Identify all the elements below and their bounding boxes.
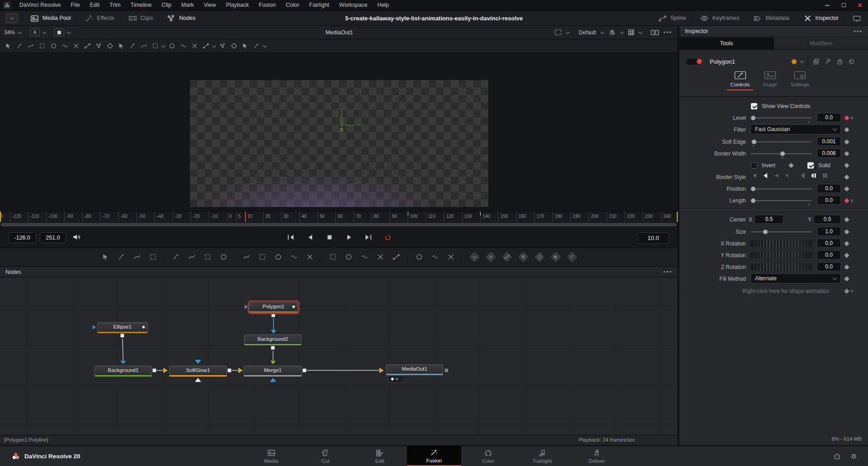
polygon-draw-control[interactable] bbox=[335, 107, 366, 135]
planar-tracker-icon[interactable] bbox=[430, 252, 440, 262]
letterbox-icon[interactable] bbox=[305, 252, 315, 262]
node-ellipse1[interactable]: Ellipse1◆ bbox=[97, 322, 148, 333]
reduce-points-icon[interactable] bbox=[229, 42, 238, 51]
loop-button[interactable] bbox=[381, 231, 395, 243]
menu-file[interactable]: File bbox=[66, 0, 85, 10]
length-value[interactable]: 0.0 bbox=[817, 196, 841, 205]
page-edit[interactable]: Edit bbox=[353, 446, 407, 466]
toolbar-button-media-pool[interactable]: Media Pool bbox=[24, 11, 78, 25]
x-rotation-thumbwheel[interactable] bbox=[750, 240, 812, 247]
transform-icon[interactable] bbox=[242, 252, 252, 262]
page-media[interactable]: Media bbox=[244, 446, 298, 466]
soft-edge-value[interactable]: 0.001 bbox=[817, 137, 841, 146]
crop-icon[interactable] bbox=[289, 252, 299, 262]
image-plane-3d-icon[interactable] bbox=[469, 251, 480, 262]
node-mediaout1[interactable]: MediaOut1 bbox=[386, 364, 443, 375]
channel-button[interactable] bbox=[50, 26, 75, 39]
menu-help[interactable]: Help bbox=[373, 0, 394, 10]
point-light-3d-icon[interactable] bbox=[550, 251, 561, 262]
toolbar-button-effects[interactable]: Effects bbox=[78, 11, 121, 25]
show-view-controls-checkbox[interactable] bbox=[751, 103, 757, 109]
grid-icon[interactable] bbox=[627, 29, 635, 36]
dve-icon[interactable] bbox=[258, 252, 268, 262]
corner-positioner-icon[interactable] bbox=[274, 252, 283, 262]
rectangle-mask-icon[interactable] bbox=[328, 252, 338, 262]
center-y-field[interactable]: 0.5 bbox=[814, 215, 841, 224]
grid-dropdown[interactable] bbox=[638, 29, 643, 34]
border-style-5[interactable] bbox=[800, 172, 807, 179]
magnetic-select-icon[interactable] bbox=[60, 42, 69, 51]
connect-select-icon[interactable] bbox=[105, 42, 114, 51]
border-style-1[interactable] bbox=[751, 172, 758, 179]
close-spline-icon[interactable] bbox=[179, 42, 188, 51]
current-frame-field[interactable]: 10.0 bbox=[637, 232, 669, 244]
versions-icon[interactable] bbox=[812, 58, 820, 66]
clean-feed-monitor-icon[interactable] bbox=[846, 11, 868, 25]
color-corrector-icon[interactable] bbox=[203, 252, 213, 262]
minimize-button[interactable] bbox=[819, 0, 835, 10]
buffer-a-button[interactable]: A bbox=[26, 26, 50, 39]
level-value[interactable]: 0.0 bbox=[817, 113, 841, 122]
shape-3d-icon[interactable] bbox=[485, 251, 496, 262]
menu-fusion[interactable]: Fusion bbox=[254, 0, 281, 10]
camera-3d-icon[interactable] bbox=[534, 251, 545, 262]
border-style-7[interactable] bbox=[821, 172, 828, 179]
text-plus-icon[interactable] bbox=[132, 252, 142, 262]
center-x-field[interactable]: 0.5 bbox=[755, 215, 783, 224]
playhead[interactable] bbox=[245, 212, 246, 222]
page-cut[interactable]: Cut bbox=[298, 446, 353, 466]
menu-davinci-resolve[interactable]: DaVinci Resolve bbox=[14, 0, 66, 10]
node-background1[interactable]: Background1 bbox=[94, 366, 152, 377]
fast-noise-icon[interactable] bbox=[117, 252, 127, 262]
toolbar-button-spline[interactable]: Spline bbox=[651, 11, 693, 25]
inspector-menu[interactable]: ••• bbox=[854, 28, 863, 35]
toolbar-button-metadata[interactable]: Metadata bbox=[746, 11, 796, 25]
level-slider[interactable] bbox=[751, 118, 812, 118]
play-button[interactable] bbox=[342, 231, 356, 243]
subtab-settings[interactable]: Settings bbox=[787, 71, 813, 90]
toolbar-button-nodes[interactable]: Nodes bbox=[160, 11, 202, 25]
node-color-dropdown[interactable] bbox=[800, 59, 805, 63]
color-curves-icon[interactable] bbox=[187, 252, 197, 262]
stop-button[interactable] bbox=[323, 231, 336, 243]
play-reverse-button[interactable] bbox=[303, 231, 317, 243]
soft-edge-slider[interactable] bbox=[751, 141, 812, 142]
insert-point-icon[interactable] bbox=[139, 42, 148, 51]
menu-edit[interactable]: Edit bbox=[85, 0, 105, 10]
project-settings-gear-icon[interactable] bbox=[849, 452, 858, 461]
page-deliver[interactable]: Deliver bbox=[570, 446, 624, 466]
pin-icon[interactable] bbox=[824, 58, 832, 66]
paint-icon[interactable] bbox=[15, 42, 24, 51]
publish-points-dropdown[interactable] bbox=[212, 43, 217, 47]
border-style-4[interactable] bbox=[783, 172, 790, 179]
spline-tool-icon[interactable] bbox=[117, 42, 126, 51]
page-color[interactable]: Color bbox=[461, 446, 515, 466]
toolbar-button-clips[interactable]: Clips bbox=[122, 11, 160, 25]
filter-dropdown[interactable]: Fast Gaussian bbox=[750, 124, 841, 134]
size-slider[interactable] bbox=[751, 231, 812, 232]
x-rotation-value[interactable]: 0.0 bbox=[817, 239, 841, 248]
length-slider[interactable] bbox=[751, 200, 812, 201]
edit-spline-icon[interactable] bbox=[26, 42, 35, 51]
border-width-slider[interactable] bbox=[751, 153, 812, 154]
publish-points-icon[interactable] bbox=[201, 42, 210, 51]
y-rotation-value[interactable]: 0.0 bbox=[817, 250, 841, 259]
toolbar-button-keyframes[interactable]: Keyframes bbox=[693, 11, 746, 25]
go-to-start-button[interactable] bbox=[284, 231, 297, 243]
close-button[interactable]: × bbox=[852, 0, 868, 10]
cut-points-icon[interactable] bbox=[128, 42, 137, 51]
viewer-options-menu[interactable]: ••• bbox=[663, 29, 672, 36]
hue-curves-icon[interactable] bbox=[219, 252, 229, 262]
color-controls-icon[interactable] bbox=[608, 29, 616, 36]
length-keyframe-diamond[interactable] bbox=[844, 198, 849, 203]
lut-dropdown[interactable] bbox=[600, 29, 605, 34]
polygon-mask-icon[interactable] bbox=[360, 252, 370, 262]
menu-view[interactable]: View bbox=[199, 0, 221, 10]
background-icon[interactable] bbox=[101, 252, 111, 262]
node-polygon1[interactable]: Polygon1◆ bbox=[249, 302, 298, 313]
node-color-icon[interactable] bbox=[792, 59, 797, 64]
linear-icon[interactable] bbox=[167, 42, 176, 51]
follow-points-icon[interactable] bbox=[218, 42, 227, 51]
ellipse-mask-icon[interactable] bbox=[344, 252, 354, 262]
node-enable-toggle[interactable] bbox=[685, 58, 703, 66]
